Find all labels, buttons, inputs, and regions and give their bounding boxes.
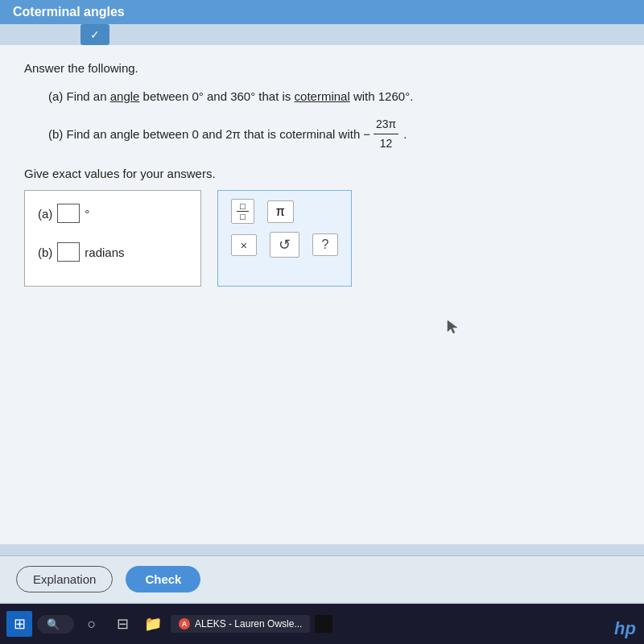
hp-logo: hp — [614, 618, 636, 639]
help-icon: ? — [322, 237, 329, 252]
taskbar-explorer-button[interactable]: 📁 — [140, 611, 166, 637]
keyboard-panel: □ □ π × ↺ ? — [217, 190, 352, 287]
start-button[interactable]: ⊞ — [6, 611, 32, 637]
instruction-text: Answer the following. — [24, 61, 620, 75]
fraction-button[interactable]: □ □ — [231, 199, 254, 224]
chevron-down-icon: ✓ — [90, 28, 100, 41]
answer-a-unit: ° — [85, 207, 89, 221]
fraction-numerator: 23π — [374, 115, 398, 135]
question-a-text: Find an angle between 0° and 360° that i… — [67, 89, 414, 103]
empty-area — [24, 287, 620, 351]
aleks-icon: A — [179, 618, 190, 630]
taskbar-search[interactable]: 🔍 — [37, 615, 74, 634]
keyboard-row-2: × ↺ ? — [231, 232, 338, 258]
question-a: (a) Find an angle between 0° and 360° th… — [48, 86, 620, 107]
folder-icon: 📁 — [144, 615, 162, 633]
help-button[interactable]: ? — [312, 233, 338, 256]
times-button[interactable]: × — [231, 234, 257, 256]
fraction-container: − 23π 12 — [363, 115, 400, 155]
fraction-bot-icon: □ — [237, 212, 249, 221]
top-bar-title: Coterminal angles — [13, 5, 125, 19]
main-content: Answer the following. (a) Find an angle … — [0, 45, 644, 544]
circle-icon: ○ — [88, 616, 97, 633]
aleks-label: ALEKS - Lauren Owsle... — [195, 618, 302, 630]
taskview-icon: ⊟ — [117, 615, 129, 633]
word-coterminal: coterminal — [295, 89, 350, 103]
fraction: 23π 12 — [374, 115, 398, 155]
undo-button[interactable]: ↺ — [270, 232, 299, 258]
cursor-indicator — [446, 319, 459, 337]
taskbar-cortana-button[interactable]: ○ — [79, 611, 105, 637]
question-a-label: (a) — [48, 89, 67, 103]
answer-a-label: (a) — [38, 207, 52, 221]
answer-input-box: (a) ° (b) radians — [24, 190, 201, 287]
cursor-arrow-icon — [446, 319, 459, 335]
taskbar-extra-item[interactable] — [315, 615, 332, 633]
give-exact-text: Give exact values for your answers. — [24, 167, 620, 180]
times-icon: × — [241, 238, 248, 252]
check-button[interactable]: Check — [126, 566, 200, 592]
answer-b-label: (b) — [38, 246, 52, 259]
fraction-denominator: 12 — [378, 134, 395, 154]
answer-a-input[interactable] — [57, 204, 80, 223]
answer-row-b: (b) radians — [38, 242, 186, 262]
answer-b-input[interactable] — [57, 242, 80, 262]
dropdown-chevron[interactable]: ✓ — [80, 24, 109, 45]
answer-row-a: (a) ° — [38, 204, 186, 223]
word-angle: angle — [110, 89, 140, 103]
pi-icon: π — [276, 204, 285, 219]
taskbar: ⊞ 🔍 ○ ⊟ 📁 A ALEKS - Lauren Owsle... hp — [0, 604, 644, 644]
taskbar-taskview-button[interactable]: ⊟ — [109, 611, 135, 637]
question-b-text: (b) Find an angle between 0 and 2π that … — [48, 124, 360, 145]
taskbar-aleks-app[interactable]: A ALEKS - Lauren Owsle... — [171, 615, 310, 633]
answer-b-unit: radians — [85, 246, 124, 259]
undo-icon: ↺ — [279, 236, 291, 254]
top-bar: Coterminal angles — [0, 0, 644, 24]
fraction-top-icon: □ — [237, 201, 249, 212]
answer-area: (a) ° (b) radians □ □ π — [24, 190, 620, 287]
fraction-sign: − — [363, 124, 370, 145]
explanation-button[interactable]: Explanation — [16, 566, 113, 592]
question-b: (b) Find an angle between 0 and 2π that … — [48, 115, 620, 155]
question-b-period: . — [403, 124, 407, 145]
keyboard-row-1: □ □ π — [231, 199, 294, 224]
action-bar: Explanation Check — [0, 555, 644, 602]
search-icon: 🔍 — [47, 618, 60, 630]
pi-button[interactable]: π — [267, 200, 294, 223]
windows-icon: ⊞ — [14, 615, 26, 633]
